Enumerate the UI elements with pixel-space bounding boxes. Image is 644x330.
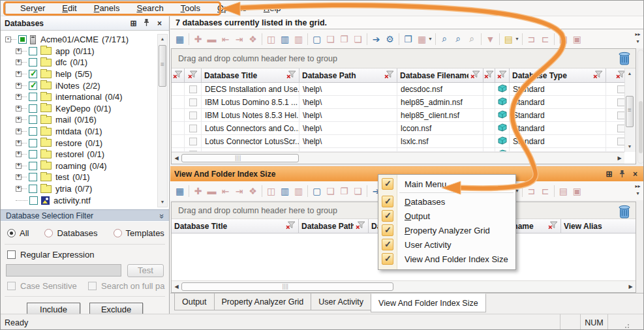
select-related-icon[interactable]: ❖: [246, 32, 260, 46]
tree-item-database[interactable]: activity.ntf: [1, 194, 169, 206]
grid-settings-icon[interactable]: ▦: [173, 32, 187, 46]
filter-icon[interactable]: [286, 70, 296, 81]
expand-expander-icon[interactable]: [16, 140, 22, 146]
filter-icon[interactable]: [470, 70, 480, 81]
tree-checkbox[interactable]: [29, 127, 37, 136]
tree-item-folder[interactable]: restore (0/1): [1, 137, 169, 149]
tree-checkbox[interactable]: [29, 185, 37, 193]
scrollbar-thumb[interactable]: [626, 96, 634, 127]
zoom-font-icon[interactable]: ⌕: [452, 32, 465, 46]
scroll-up-icon[interactable]: ▲: [625, 69, 634, 78]
pin-icon[interactable]: [617, 170, 628, 179]
column-header-path[interactable]: Database Path: [299, 68, 397, 82]
toolbar-overflow-icon[interactable]: ▸▸▾: [633, 183, 643, 198]
tree-scrollbar[interactable]: ▲ ▼: [157, 34, 168, 207]
tree-checkbox[interactable]: [29, 115, 37, 124]
expand-expander-icon[interactable]: [16, 174, 22, 180]
tree-item-folder[interactable]: mail (0/16): [1, 114, 169, 126]
filter-icon[interactable]: [384, 70, 394, 81]
expand-expander-icon[interactable]: [16, 94, 22, 100]
demote-row-icon[interactable]: ⇥: [232, 184, 246, 198]
close-icon[interactable]: ×: [630, 170, 641, 179]
checked-checkbox-icon[interactable]: [382, 210, 393, 222]
grid-layout-dropdown-icon[interactable]: ▼: [428, 37, 433, 41]
spacer-column-header[interactable]: [483, 68, 495, 82]
sticky-note-icon[interactable]: ▤: [502, 32, 515, 46]
filter-icon[interactable]: [356, 221, 365, 232]
menu-edit[interactable]: Edit: [54, 1, 85, 15]
filter-section-header[interactable]: Database Selection Filter »: [1, 209, 169, 221]
row-checkbox[interactable]: [617, 112, 625, 119]
tab-property-analyzer-grid[interactable]: Property Analyzer Grid: [214, 293, 312, 310]
tree-checkbox[interactable]: [29, 47, 37, 55]
trash-icon[interactable]: [618, 204, 631, 221]
scroll-right-icon[interactable]: ▶: [615, 155, 624, 161]
tree-item-folder[interactable]: ytria (0/7): [1, 183, 169, 195]
hide-columns-icon[interactable]: ▥: [292, 184, 305, 198]
remove-row-icon[interactable]: ▬: [205, 32, 219, 46]
checkbox-column-header[interactable]: [185, 68, 202, 82]
expand-rows-icon[interactable]: ⊐: [525, 32, 538, 46]
regex-checkbox-row[interactable]: Regular Expression: [7, 250, 169, 260]
tree-checkbox[interactable]: [29, 162, 37, 170]
color-columns-icon[interactable]: ▥: [278, 184, 292, 198]
export-icon[interactable]: ➔: [369, 32, 383, 46]
menu-help[interactable]: Help: [255, 1, 290, 15]
column-header-filename[interactable]: Database Filename: [397, 68, 483, 82]
scrollbar-thumb[interactable]: [181, 282, 393, 291]
clear-filter-icon[interactable]: ▼: [483, 32, 497, 46]
menu-tools[interactable]: Tools: [172, 1, 209, 15]
open-window-icon[interactable]: ❐: [401, 32, 415, 46]
scroll-down-icon[interactable]: ▼: [625, 142, 634, 151]
tab-output[interactable]: Output: [174, 293, 215, 310]
column-header-path[interactable]: Database Path: [299, 219, 369, 233]
row-checkbox[interactable]: [617, 138, 625, 145]
column-header-title[interactable]: Database Title: [202, 68, 299, 82]
horizontal-scrollbar[interactable]: ◀ ▶: [172, 152, 624, 164]
tree-item-folder[interactable]: app (0/11): [1, 46, 169, 57]
resize-grip[interactable]: [621, 320, 632, 330]
fullpath-checkbox[interactable]: [88, 282, 97, 290]
tree-item-folder[interactable]: dfc (0/1): [1, 57, 169, 68]
hide-columns-icon[interactable]: ▥: [292, 32, 305, 46]
context-menu-item-output[interactable]: Output: [378, 209, 515, 223]
expand-expander-icon[interactable]: [16, 106, 22, 112]
pane-scrollbar[interactable]: [637, 50, 644, 164]
tree-item-folder[interactable]: mtdata (0/1): [1, 126, 169, 138]
row-preview-icon[interactable]: ▣: [570, 184, 584, 198]
row-checkbox[interactable]: [617, 85, 625, 93]
scroll-right-icon[interactable]: ▶: [626, 284, 636, 290]
tree-item-folder[interactable]: roaming (0/4): [1, 160, 169, 172]
expand-expander-icon[interactable]: [16, 59, 22, 65]
checked-checkbox-icon[interactable]: [382, 196, 393, 207]
checked-checkbox-icon[interactable]: [382, 178, 393, 190]
row-checkbox[interactable]: [189, 125, 197, 132]
menu-search[interactable]: Search: [128, 1, 172, 15]
sticky-note-dropdown-icon[interactable]: ▼: [515, 37, 519, 41]
promote-row-icon[interactable]: ⇤: [219, 32, 232, 46]
tree-item-folder[interactable]: international (0/4): [1, 91, 169, 103]
tab-user-activity[interactable]: User Activity: [311, 293, 371, 310]
expand-rows-icon[interactable]: ⊐: [525, 184, 538, 198]
tree-item-folder[interactable]: KeyDepo (0/1): [1, 103, 169, 115]
icon-column-header[interactable]: [495, 68, 510, 82]
promote-row-icon[interactable]: ⇤: [219, 184, 232, 198]
tree-checkbox[interactable]: [29, 150, 37, 158]
filter-icon[interactable]: [548, 221, 558, 232]
trash-icon[interactable]: [618, 51, 631, 68]
scrollbar-thumb[interactable]: [639, 101, 643, 153]
copy-with-headers-icon[interactable]: ❐: [337, 32, 351, 46]
tree-checkbox[interactable]: [29, 196, 38, 205]
pin-icon[interactable]: [141, 18, 152, 28]
collapse-expander-icon[interactable]: [5, 37, 11, 42]
table-row[interactable]: IBM Lotus Notes 8.5.3 Hel... \help\ help…: [172, 109, 636, 122]
filter-icon[interactable]: [188, 70, 198, 81]
freeze-column-icon[interactable]: ◫: [264, 184, 278, 198]
radio-icon[interactable]: [44, 229, 53, 237]
row-checkbox[interactable]: [189, 138, 197, 145]
tree-checkbox[interactable]: [29, 104, 37, 113]
tree-checkbox[interactable]: [29, 70, 37, 78]
table-row[interactable]: Lotus Connectors and Co... \help\ lccon.…: [172, 122, 636, 135]
row-checkbox[interactable]: [189, 98, 197, 106]
expand-expander-icon[interactable]: [16, 48, 22, 54]
